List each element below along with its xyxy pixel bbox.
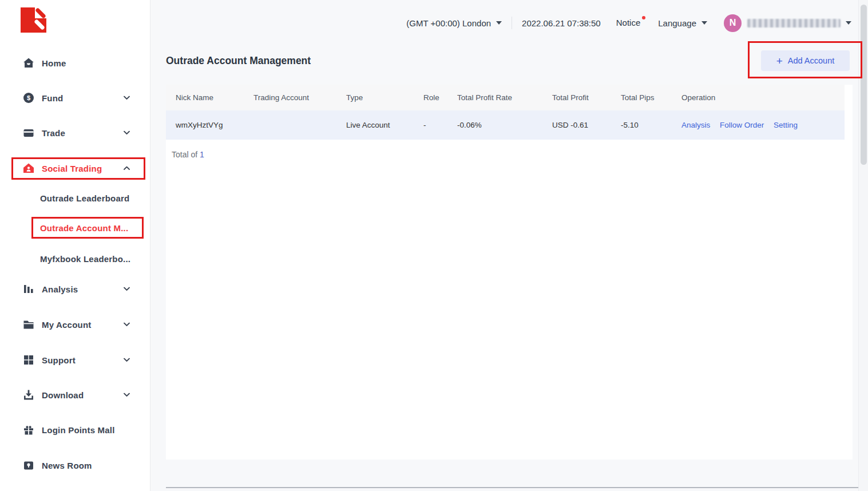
sidebar-item-download[interactable]: Download [0,384,150,406]
sidebar-item-label: Social Trading [42,164,102,173]
table-row: wmXyHztVYg Live Account - -0.06% USD -0.… [166,110,845,140]
trade-card-icon [23,127,34,138]
sidebar-item-myfxbook-leaderboard[interactable]: Myfxbook Leaderbo... [0,248,150,270]
notice-badge-dot [642,16,645,19]
bottom-divider [166,487,868,488]
sidebar-item-label: Download [42,390,84,400]
column-header-role: Role [414,93,447,102]
username-blurred [747,19,841,27]
sidebar-item-label: Support [42,355,76,365]
plus-icon: + [776,56,783,66]
total-label: Total of [172,150,197,159]
cell-total-profit: USD -0.61 [542,121,611,129]
scrollbar-thumb[interactable] [861,5,867,165]
cell-role: - [414,121,447,129]
sidebar-item-label: Login Points Mall [42,425,115,435]
sidebar: Home $ Fund Trade Social Trading [0,0,150,491]
language-label: Language [658,18,696,28]
timezone-selector[interactable]: (GMT +00:00) London [406,18,502,28]
datetime-label: 2022.06.21 07:38:50 [522,18,601,28]
column-header-total-profit: Total Profit [542,93,611,102]
chevron-up-icon [124,167,130,171]
add-account-label: Add Account [788,56,834,65]
chevron-down-icon [124,358,130,362]
sidebar-item-news-room[interactable]: News Room [0,454,150,476]
analysis-link[interactable]: Analysis [681,121,710,129]
column-header-operation: Operation [672,93,845,102]
sidebar-item-analysis[interactable]: Analysis [0,278,150,300]
sidebar-item-fund[interactable]: $ Fund [0,87,150,109]
sidebar-item-label: Analysis [42,284,78,294]
sidebar-item-login-points-mall[interactable]: Login Points Mall [0,419,150,441]
column-header-trading-account: Trading Account [244,93,336,102]
gift-icon [23,424,34,435]
sidebar-item-trade[interactable]: Trade [0,122,150,144]
notice-button[interactable]: Notice [616,18,641,28]
cell-total-profit-rate: -0.06% [447,121,542,129]
table-card: Nick Name Trading Account Type Role Tota… [166,85,853,460]
fund-dollar-icon: $ [23,92,34,104]
sidebar-item-label: Outrade Leaderboard [40,193,129,203]
topbar: (GMT +00:00) London 2022.06.21 07:38:50 … [406,0,851,46]
sidebar-item-home[interactable]: Home [0,52,150,74]
sidebar-item-label: My Account [42,320,91,330]
sidebar-item-support[interactable]: Support [0,349,150,371]
folder-icon [23,319,34,330]
sidebar-item-label: Myfxbook Leaderbo... [40,254,130,264]
column-header-nick-name: Nick Name [166,93,244,102]
follow-order-link[interactable]: Follow Order [720,121,764,129]
chevron-down-icon [124,323,130,327]
total-value: 1 [200,150,204,159]
topbar-divider [512,17,512,29]
sidebar-item-label: Trade [42,128,65,138]
sidebar-item-label: Home [42,58,66,68]
avatar[interactable]: N [724,14,742,32]
sidebar-item-social-trading[interactable]: Social Trading [0,157,150,179]
sidebar-item-label: Outrade Account M... [40,223,128,233]
column-header-type: Type [336,93,414,102]
brand-logo-icon[interactable] [21,7,46,33]
chevron-down-icon [124,96,130,100]
caret-down-icon [701,21,707,25]
timezone-label: (GMT +00:00) London [406,18,491,28]
cell-total-pips: -5.10 [611,121,672,129]
caret-down-icon [846,21,851,25]
setting-link[interactable]: Setting [774,121,798,129]
svg-text:$: $ [27,94,30,101]
analysis-bars-icon [23,283,34,295]
chevron-down-icon [124,393,130,397]
cell-operation: Analysis Follow Order Setting [672,121,845,129]
vertical-scrollbar[interactable] [858,0,868,491]
user-menu[interactable] [742,19,851,27]
page-title: Outrade Account Management [166,55,311,67]
column-header-total-pips: Total Pips [611,93,672,102]
chevron-down-icon [124,287,130,291]
table-header-row: Nick Name Trading Account Type Role Tota… [166,85,845,110]
grid-squares-icon [23,354,34,366]
caret-down-icon [496,21,502,25]
sidebar-item-my-account[interactable]: My Account [0,314,150,335]
language-selector[interactable]: Language [658,18,707,28]
home-icon [23,57,34,69]
avatar-letter: N [730,18,736,28]
news-room-icon [23,460,34,471]
sidebar-item-outrade-leaderboard[interactable]: Outrade Leaderboard [0,187,150,209]
sidebar-item-outrade-account-management[interactable]: Outrade Account M... [0,217,150,239]
column-header-total-profit-rate: Total Profit Rate [447,93,542,102]
add-account-button[interactable]: + Add Account [761,50,850,71]
total-count: Total of 1 [172,150,204,159]
sidebar-item-label: Fund [42,93,63,103]
notice-label: Notice [616,18,641,27]
download-icon [23,389,34,401]
main-content: (GMT +00:00) London 2022.06.21 07:38:50 … [150,0,858,491]
cell-type: Live Account [336,121,414,129]
sidebar-item-label: News Room [42,461,92,470]
social-trading-house-icon [23,163,34,174]
cell-nick-name: wmXyHztVYg [166,121,244,129]
chevron-down-icon [124,131,130,135]
